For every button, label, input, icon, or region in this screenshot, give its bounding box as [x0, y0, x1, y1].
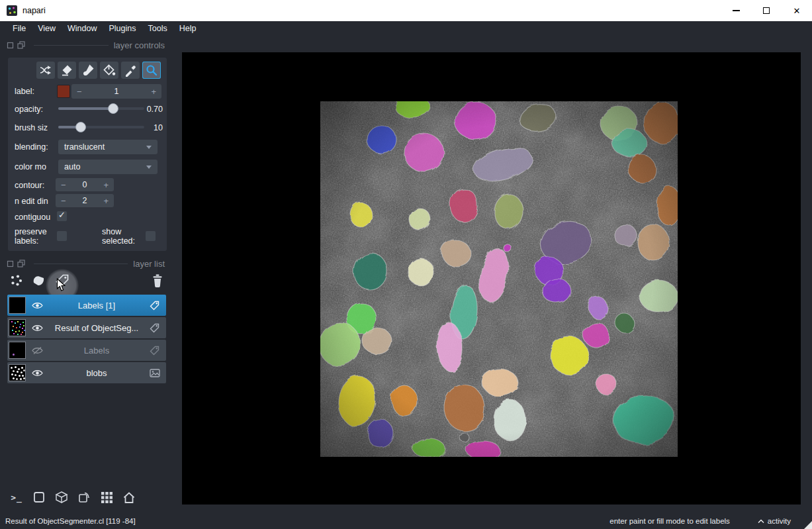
- viewer-canvas[interactable]: [182, 52, 801, 505]
- pick-color-button[interactable]: [121, 62, 140, 79]
- color-mode-label: color mo: [15, 162, 46, 171]
- color-mode-value: auto: [64, 162, 80, 171]
- close-icon: ✕: [793, 7, 801, 15]
- preserve-labels-checkbox[interactable]: [57, 231, 67, 241]
- status-hint: enter paint or fill mode to edit labels: [609, 517, 730, 525]
- chevron-down-icon: [146, 146, 152, 149]
- n-edit-dim-increment[interactable]: +: [98, 196, 114, 206]
- opacity-value: 0.70: [138, 105, 163, 114]
- paint-tool-button[interactable]: [79, 62, 97, 79]
- layer-row-labels-hidden[interactable]: Labels: [7, 340, 166, 361]
- brush-size-label: brush siz: [15, 123, 48, 132]
- titlebar: napari ✕: [0, 0, 812, 21]
- resize-grip[interactable]: [804, 521, 812, 529]
- dock-hide-icon[interactable]: [7, 42, 14, 49]
- mouse-cursor: [56, 278, 67, 295]
- points-icon: [9, 273, 23, 288]
- eyedropper-icon: [124, 64, 137, 77]
- visibility-toggle[interactable]: [32, 324, 44, 332]
- visibility-toggle[interactable]: [32, 301, 44, 310]
- labels-layer-type-icon: [150, 346, 160, 356]
- label-color-swatch[interactable]: [57, 85, 70, 98]
- activity-button[interactable]: activity: [758, 517, 791, 525]
- visibility-toggle[interactable]: [32, 346, 44, 355]
- shuffle-icon: [39, 64, 52, 77]
- dock-float-icon[interactable]: [17, 260, 25, 267]
- slider-handle[interactable]: [75, 122, 86, 132]
- cube-icon: [54, 491, 69, 504]
- layer-row-result-objectseg[interactable]: Result of ObjectSeg...: [7, 317, 166, 338]
- contiguous-checkbox[interactable]: [57, 211, 67, 221]
- contour-decrement[interactable]: −: [56, 180, 71, 190]
- n-edit-dim-decrement[interactable]: −: [56, 196, 71, 206]
- console-icon: >_: [11, 493, 23, 503]
- blending-combobox[interactable]: translucent: [58, 140, 158, 154]
- contour-increment[interactable]: +: [98, 180, 114, 190]
- brush-size-slider[interactable]: [58, 120, 144, 134]
- menu-file[interactable]: File: [7, 24, 32, 33]
- shuffle-colors-button[interactable]: [36, 62, 55, 79]
- contour-spinbox[interactable]: − 0 +: [56, 178, 114, 191]
- status-coordinates: Result of ObjectSegmenter.cl [119 -84]: [5, 517, 136, 525]
- color-mode-combobox[interactable]: auto: [58, 160, 158, 174]
- layer-thumbnail: [9, 342, 26, 359]
- menu-window[interactable]: Window: [62, 24, 103, 33]
- labels-layer-type-icon: [150, 323, 160, 333]
- minimize-button[interactable]: [721, 0, 751, 21]
- opacity-slider[interactable]: [58, 101, 144, 116]
- label-spinbox[interactable]: − 1 +: [71, 84, 161, 99]
- new-shapes-layer-button[interactable]: [30, 272, 47, 289]
- console-button[interactable]: >_: [8, 489, 25, 506]
- layer-row-blobs[interactable]: blobs: [7, 362, 166, 383]
- viewer-area: [182, 36, 812, 513]
- layer-row-labels-1[interactable]: Labels [1]: [7, 295, 166, 316]
- layer-buttons-row: [0, 271, 182, 290]
- status-bar: Result of ObjectSegmenter.cl [119 -84] e…: [0, 513, 812, 529]
- blending-label: blending:: [15, 142, 48, 152]
- visibility-toggle[interactable]: [32, 369, 44, 377]
- dock-hide-icon[interactable]: [7, 260, 14, 267]
- n-edit-dim-label: n edit din: [15, 197, 48, 206]
- layer-thumbnail: [9, 319, 26, 336]
- fill-tool-button[interactable]: [100, 62, 118, 79]
- slider-handle[interactable]: [108, 103, 118, 114]
- label-decrement[interactable]: −: [71, 87, 87, 97]
- divider: [34, 264, 128, 264]
- eraser-icon: [60, 64, 73, 77]
- shapes-icon: [31, 273, 46, 288]
- transpose-dimensions-button[interactable]: [75, 489, 93, 506]
- layer-controls-header: layer controls: [0, 38, 182, 52]
- grid-icon: [101, 491, 113, 504]
- layer-thumbnail: [9, 297, 26, 314]
- menu-tools[interactable]: Tools: [142, 24, 173, 33]
- delete-layer-button[interactable]: [149, 272, 166, 289]
- erase-tool-button[interactable]: [58, 62, 76, 79]
- maximize-button[interactable]: [751, 0, 782, 21]
- chevron-up-icon: [758, 519, 764, 524]
- app-icon: [7, 5, 17, 16]
- label-increment[interactable]: +: [146, 87, 161, 97]
- square-arrow-icon: [77, 491, 91, 504]
- segmentation-image[interactable]: [320, 101, 678, 457]
- fill-bucket-icon: [103, 64, 116, 77]
- show-selected-label: show selected:: [102, 227, 135, 246]
- home-icon: [122, 491, 136, 504]
- new-points-layer-button[interactable]: [7, 272, 24, 289]
- n-edit-dim-spinbox[interactable]: − 2 +: [56, 194, 114, 207]
- menu-plugins[interactable]: Plugins: [103, 24, 142, 33]
- roll-dimensions-button[interactable]: [53, 489, 70, 506]
- menu-help[interactable]: Help: [173, 24, 203, 33]
- zoom-tool-button[interactable]: [142, 62, 161, 79]
- ndisplay-toggle-button[interactable]: [30, 489, 48, 506]
- preserve-labels-label: preserve labels:: [15, 227, 47, 246]
- show-selected-checkbox[interactable]: [146, 231, 156, 241]
- dock-float-icon[interactable]: [17, 41, 25, 49]
- menu-view[interactable]: View: [32, 24, 62, 33]
- layer-controls-title: layer controls: [114, 40, 165, 50]
- layer-name: Labels [1]: [44, 301, 150, 311]
- close-button[interactable]: ✕: [782, 0, 812, 21]
- home-button[interactable]: [120, 489, 138, 506]
- label-row-label: label:: [15, 87, 34, 96]
- grid-view-button[interactable]: [98, 489, 115, 506]
- layer-controls-panel: label: − 1 + opacity: 0.70 brush siz: [8, 58, 167, 251]
